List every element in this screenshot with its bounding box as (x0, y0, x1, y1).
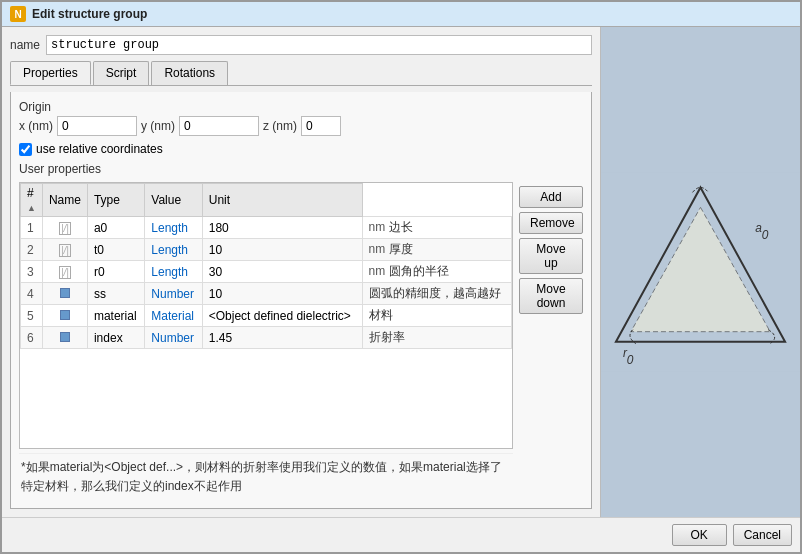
remove-button[interactable]: Remove (519, 212, 583, 234)
side-buttons: Add Remove Move up Move down (513, 182, 583, 500)
row-icon (42, 305, 87, 327)
col-value[interactable]: Value (145, 184, 202, 217)
row-value: 1.45 (202, 327, 362, 349)
row-unit: nm 圆角的半径 (362, 261, 511, 283)
note-area: *如果material为<Object def...>，则材料的折射率使用我们定… (19, 453, 513, 500)
relative-coords-row: use relative coordinates (19, 142, 583, 156)
row-value: 30 (202, 261, 362, 283)
row-num: 6 (21, 327, 43, 349)
row-type: Length (145, 261, 202, 283)
bottom-buttons: OK Cancel (2, 517, 800, 552)
col-name[interactable]: Name (42, 184, 87, 217)
row-name: a0 (87, 217, 144, 239)
row-type: Number (145, 327, 202, 349)
add-button[interactable]: Add (519, 186, 583, 208)
row-num: 2 (21, 239, 43, 261)
row-name: ss (87, 283, 144, 305)
tab-rotations[interactable]: Rotations (151, 61, 228, 85)
tab-bar: Properties Script Rotations (10, 61, 592, 86)
row-type: Length (145, 239, 202, 261)
table-row[interactable]: 5materialMaterial<Object defined dielect… (21, 305, 512, 327)
row-type: Number (145, 283, 202, 305)
props-side: # ▲ Name Type Value Unit 1|/|a0Leng (19, 182, 513, 500)
y-label: y (nm) (141, 119, 175, 133)
app-icon: N (10, 6, 26, 22)
move-down-button[interactable]: Move down (519, 278, 583, 314)
relative-coords-checkbox[interactable] (19, 143, 32, 156)
row-num: 4 (21, 283, 43, 305)
row-icon (42, 283, 87, 305)
note-text: *如果material为<Object def...>，则材料的折射率使用我们定… (21, 460, 502, 493)
row-unit: 材料 (362, 305, 511, 327)
row-name: index (87, 327, 144, 349)
properties-table: # ▲ Name Type Value Unit 1|/|a0Leng (20, 183, 512, 349)
name-label: name (10, 38, 40, 52)
row-icon: |/| (42, 217, 87, 239)
relative-coords-label: use relative coordinates (36, 142, 163, 156)
row-value: 10 (202, 283, 362, 305)
move-up-button[interactable]: Move up (519, 238, 583, 274)
row-value: <Object defined dielectric> (202, 305, 362, 327)
left-panel: name Properties Script Rotations Origin … (2, 27, 600, 517)
row-unit: nm 边长 (362, 217, 511, 239)
tab-content-properties: Origin x (nm) y (nm) z (nm) use relative… (10, 92, 592, 509)
tab-script[interactable]: Script (93, 61, 150, 85)
table-row[interactable]: 1|/|a0Length180nm 边长 (21, 217, 512, 239)
table-row[interactable]: 6indexNumber1.45折射率 (21, 327, 512, 349)
ok-button[interactable]: OK (672, 524, 727, 546)
row-num: 3 (21, 261, 43, 283)
origin-row: x (nm) y (nm) z (nm) (19, 116, 583, 136)
row-name: t0 (87, 239, 144, 261)
name-input[interactable] (46, 35, 592, 55)
cancel-button[interactable]: Cancel (733, 524, 792, 546)
row-unit: nm 厚度 (362, 239, 511, 261)
table-row[interactable]: 2|/|t0Length10nm 厚度 (21, 239, 512, 261)
z-label: z (nm) (263, 119, 297, 133)
title-bar: N Edit structure group (2, 2, 800, 27)
row-value: 180 (202, 217, 362, 239)
table-row[interactable]: 4ssNumber10圆弧的精细度，越高越好 (21, 283, 512, 305)
col-type[interactable]: Type (87, 184, 144, 217)
z-input[interactable] (301, 116, 341, 136)
right-panel: a0 r0 (600, 27, 800, 517)
row-icon: |/| (42, 239, 87, 261)
row-icon: |/| (42, 261, 87, 283)
origin-section: Origin x (nm) y (nm) z (nm) (19, 100, 583, 136)
x-label: x (nm) (19, 119, 53, 133)
main-content: name Properties Script Rotations Origin … (2, 27, 800, 517)
row-name: r0 (87, 261, 144, 283)
x-input[interactable] (57, 116, 137, 136)
table-row[interactable]: 3|/|r0Length30nm 圆角的半径 (21, 261, 512, 283)
y-input[interactable] (179, 116, 259, 136)
edit-structure-group-dialog: N Edit structure group name Properties S… (0, 0, 802, 554)
row-name: material (87, 305, 144, 327)
table-area: # ▲ Name Type Value Unit 1|/|a0Leng (19, 182, 513, 449)
row-unit: 折射率 (362, 327, 511, 349)
row-value: 10 (202, 239, 362, 261)
col-num[interactable]: # ▲ (21, 184, 43, 217)
row-icon (42, 327, 87, 349)
row-type: Length (145, 217, 202, 239)
row-num: 1 (21, 217, 43, 239)
props-and-buttons: # ▲ Name Type Value Unit 1|/|a0Leng (19, 182, 583, 500)
origin-label: Origin (19, 100, 583, 114)
tab-properties[interactable]: Properties (10, 61, 91, 85)
row-num: 5 (21, 305, 43, 327)
dialog-title: Edit structure group (32, 7, 147, 21)
name-row: name (10, 35, 592, 55)
diagram-svg: a0 r0 (601, 27, 800, 517)
row-type: Material (145, 305, 202, 327)
row-unit: 圆弧的精细度，越高越好 (362, 283, 511, 305)
col-unit[interactable]: Unit (202, 184, 362, 217)
table-container[interactable]: # ▲ Name Type Value Unit 1|/|a0Leng (19, 182, 513, 449)
user-props-label: User properties (19, 162, 583, 176)
